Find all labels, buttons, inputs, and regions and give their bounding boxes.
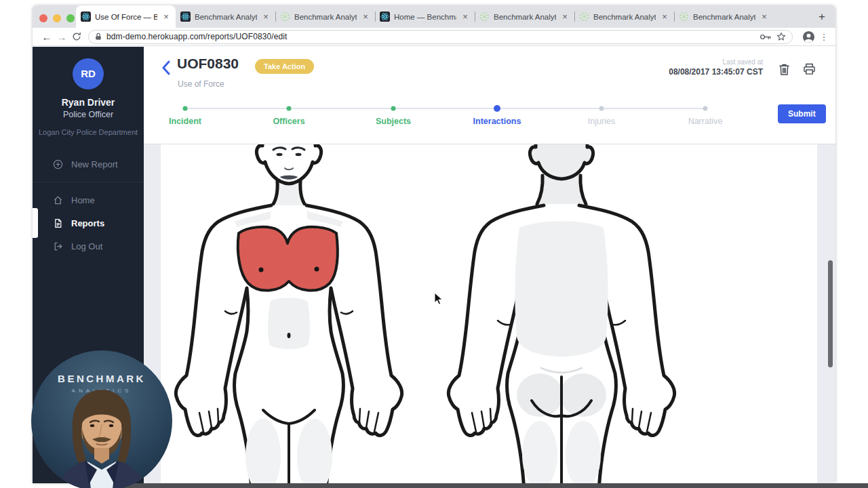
profile-avatar-icon[interactable] — [802, 30, 815, 43]
body-diagram-card — [161, 144, 817, 488]
back-body-diagram[interactable] — [439, 144, 697, 487]
home-icon — [53, 195, 63, 205]
report-type-subtitle: Use of Force — [178, 79, 224, 89]
new-tab-button[interactable]: + — [814, 9, 830, 25]
tab-strip: Use Of Force — Benc×Benchmark Analytics×… — [33, 5, 835, 28]
step-dot-subjects[interactable] — [391, 106, 396, 111]
browser-tab[interactable]: Benchmark Analytics× — [176, 5, 275, 28]
step-dot-injuries[interactable] — [599, 106, 604, 111]
browser-tab[interactable]: Benchmark Analytics× — [674, 5, 774, 28]
tab-list: Use Of Force — Benc×Benchmark Analytics×… — [76, 5, 808, 28]
avatar: RD — [73, 58, 104, 89]
tab-close-icon[interactable]: × — [660, 12, 669, 22]
sidebar-item-label: Log Out — [71, 241, 102, 251]
browser-tab[interactable]: Use Of Force — Benc× — [76, 5, 176, 28]
print-icon[interactable] — [803, 63, 816, 78]
step-label-officers[interactable]: Officers — [241, 117, 336, 126]
forward-nav-icon[interactable]: → — [54, 31, 69, 43]
sidebar-item-label: Home — [71, 195, 95, 205]
browser-toolbar: ← → bdm-demo.herokuapp.com/reports/UOF08… — [33, 28, 835, 46]
user-name: Ryan Driver — [33, 97, 144, 108]
user-department: Logan City Police Department — [33, 128, 144, 136]
last-saved-value: 08/08/2017 13:45:07 CST — [669, 67, 763, 77]
back-nav-icon[interactable]: ← — [39, 31, 54, 43]
tab-title: Use Of Force — Benc — [95, 13, 157, 21]
tab-close-icon[interactable]: × — [560, 12, 570, 22]
step-label-injuries[interactable]: Injuries — [554, 117, 649, 126]
browser-menu-icon[interactable]: ⋮ — [819, 32, 829, 42]
step-dot-officers[interactable] — [287, 106, 292, 111]
step-dot-interactions[interactable] — [494, 105, 500, 112]
presenter-person — [44, 382, 159, 488]
last-saved: Last saved at 08/08/2017 13:45:07 CST — [669, 58, 763, 77]
tab-close-icon[interactable]: × — [161, 12, 171, 22]
tab-title: Benchmark Analytics — [494, 13, 556, 21]
tab-title: Benchmark Analytics — [294, 13, 357, 21]
video-presenter-overlay: BENCHMARK ANALYTICS © 20 — [31, 350, 172, 488]
sidebar-item-label: New Report — [71, 159, 118, 169]
plus-circle-icon — [53, 159, 63, 169]
last-saved-label: Last saved at — [669, 58, 763, 66]
traffic-lights — [39, 14, 75, 22]
scrollbar-thumb[interactable] — [828, 260, 833, 367]
tab-title: Benchmark Analytics — [593, 13, 656, 21]
front-body-diagram[interactable] — [167, 144, 425, 487]
browser-tab[interactable]: Benchmark Analytics× — [475, 5, 574, 28]
active-item-indicator — [33, 208, 38, 238]
react-dark-icon — [180, 12, 191, 22]
delete-trash-icon[interactable] — [778, 63, 790, 79]
password-key-icon[interactable] — [760, 33, 772, 41]
step-dot-narrative[interactable] — [703, 106, 708, 111]
tab-title: Benchmark Analytics — [693, 13, 755, 21]
maximize-window-button[interactable] — [66, 14, 75, 22]
url-text[interactable]: bdm-demo.herokuapp.com/reports/UOF0830/e… — [106, 32, 755, 41]
close-window-button[interactable] — [39, 14, 47, 22]
sidebar-item-reports[interactable]: Reports — [33, 211, 144, 235]
minimize-window-button[interactable] — [53, 14, 61, 22]
tab-close-icon[interactable]: × — [760, 12, 769, 22]
stepper-line — [185, 108, 705, 109]
step-label-narrative[interactable]: Narrative — [658, 117, 753, 126]
tab-close-icon[interactable]: × — [361, 12, 370, 22]
react-dark-icon — [380, 12, 390, 22]
tab-close-icon[interactable]: × — [460, 12, 470, 22]
react-dark-icon — [81, 12, 91, 22]
browser-tab[interactable]: Home — Benchmark× — [375, 5, 475, 28]
tab-close-icon[interactable]: × — [261, 12, 271, 22]
reload-icon[interactable] — [69, 32, 84, 41]
sidebar-item-home[interactable]: Home — [33, 188, 144, 211]
bookmark-star-icon[interactable] — [776, 32, 786, 41]
sidebar-menu: New ReportHomeReportsLog Out — [33, 153, 144, 258]
take-action-button[interactable]: Take Action — [255, 59, 314, 74]
step-dot-incident[interactable] — [183, 106, 188, 111]
green-ring-icon — [479, 12, 490, 22]
lock-icon[interactable] — [95, 33, 102, 41]
video-progress-bar[interactable] — [95, 483, 868, 488]
sidebar-item-new-report[interactable]: New Report — [33, 153, 144, 182]
browser-tab[interactable]: Benchmark Analytics× — [574, 5, 674, 28]
document-icon — [53, 218, 63, 228]
main-panel: UOF0830 Take Action Use of Force Last sa… — [144, 47, 835, 483]
sidebar-item-label: Reports — [71, 218, 104, 228]
step-label-interactions[interactable]: Interactions — [450, 117, 545, 126]
submit-button[interactable]: Submit — [778, 104, 826, 123]
logout-icon — [53, 241, 63, 251]
tab-title: Benchmark Analytics — [195, 13, 257, 21]
green-ring-icon — [280, 12, 290, 22]
step-label-subjects[interactable]: Subjects — [346, 117, 441, 126]
green-ring-icon — [679, 12, 689, 22]
report-scroll-area[interactable] — [144, 144, 835, 483]
mouse-cursor — [434, 292, 443, 305]
browser-tab[interactable]: Benchmark Analytics× — [275, 5, 375, 28]
user-profile: RD Ryan Driver Police Officer Logan City… — [33, 47, 144, 136]
report-id-title: UOF0830 — [177, 56, 239, 72]
sidebar-item-log-out[interactable]: Log Out — [33, 235, 144, 258]
tab-title: Home — Benchmark — [394, 13, 456, 21]
user-role: Police Officer — [33, 110, 144, 119]
green-ring-icon — [579, 12, 589, 22]
url-bar[interactable]: bdm-demo.herokuapp.com/reports/UOF0830/e… — [88, 30, 793, 44]
back-button[interactable] — [161, 60, 171, 78]
step-label-incident[interactable]: Incident — [138, 117, 233, 126]
